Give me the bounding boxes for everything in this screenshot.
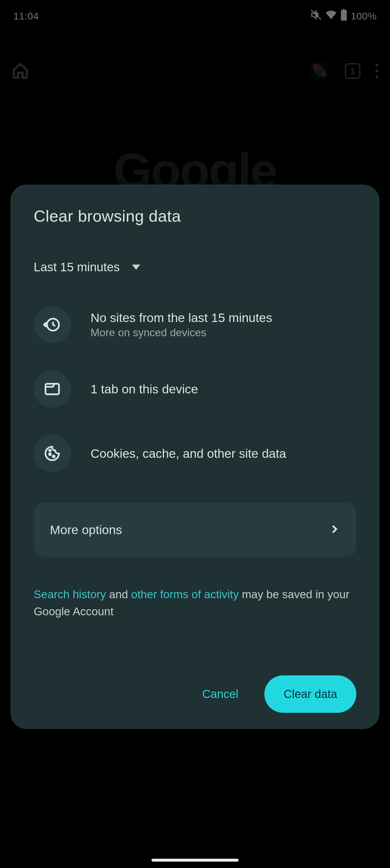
history-icon [34,306,71,343]
svg-point-4 [49,453,51,455]
clear-browsing-dialog: Clear browsing data Last 15 minutes No s… [10,185,380,729]
dropdown-arrow-icon [132,265,140,270]
tab-icon [34,370,71,408]
gesture-bar[interactable] [151,859,239,862]
account-note: Search history and other forms of activi… [34,586,356,620]
clear-data-button[interactable]: Clear data [264,675,356,713]
svg-point-5 [53,456,55,458]
cancel-button[interactable]: Cancel [193,682,247,706]
tabs-main: 1 tab on this device [91,382,198,396]
more-options-button[interactable]: More options [34,503,356,557]
time-range-label: Last 15 minutes [34,260,120,274]
other-activity-link[interactable]: other forms of activity [131,588,239,600]
time-range-dropdown[interactable]: Last 15 minutes [34,260,140,274]
svg-point-6 [49,450,51,452]
search-history-link[interactable]: Search history [34,588,106,600]
svg-rect-3 [46,384,59,394]
more-options-label: More options [50,523,122,537]
history-sub: More on synced devices [91,327,272,339]
history-row: No sites from the last 15 minutes More o… [34,306,356,343]
cookies-main: Cookies, cache, and other site data [91,446,286,461]
dialog-actions: Cancel Clear data [34,675,356,713]
tabs-row: 1 tab on this device [34,370,356,408]
cookies-row: Cookies, cache, and other site data [34,435,356,472]
cookie-icon [34,435,71,472]
chevron-right-icon [328,523,340,536]
dialog-title: Clear browsing data [34,207,356,225]
history-main: No sites from the last 15 minutes [91,311,272,325]
